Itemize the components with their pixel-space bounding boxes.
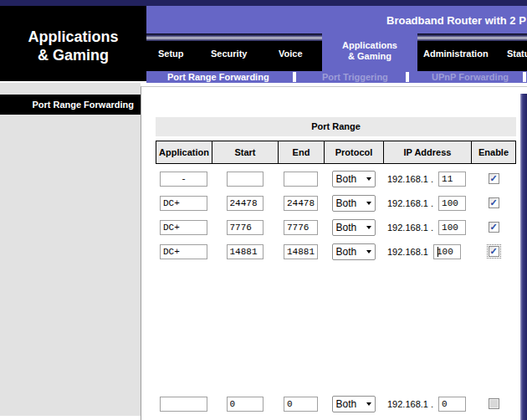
tab-voice[interactable]: Voice bbox=[279, 49, 303, 59]
application-input[interactable] bbox=[160, 397, 207, 412]
ip-prefix: 192.168.1 . bbox=[387, 399, 433, 409]
logo-line2: & Gaming bbox=[0, 46, 146, 64]
protocol-value: Both bbox=[336, 197, 357, 209]
protocol-value: Both bbox=[336, 222, 357, 233]
application-input[interactable] bbox=[160, 172, 207, 187]
brand-logo: Applications & Gaming bbox=[0, 6, 146, 81]
subnav-port-range-forwarding[interactable]: Port Range Forwarding bbox=[167, 71, 269, 83]
subnav-separator bbox=[406, 72, 409, 82]
ip-host-input[interactable] bbox=[438, 220, 466, 235]
port-range-table: Port Range Application Start End Protoco… bbox=[156, 117, 516, 416]
protocol-select[interactable]: Both bbox=[332, 219, 376, 236]
active-tab-line2: & Gaming bbox=[322, 51, 417, 62]
dropdown-arrow-icon bbox=[366, 250, 371, 254]
start-port-input[interactable] bbox=[227, 196, 264, 211]
check-icon: ✓ bbox=[489, 222, 497, 233]
enable-checkbox[interactable]: ✓ bbox=[489, 222, 499, 233]
start-port-input[interactable] bbox=[227, 244, 264, 259]
ip-host-input[interactable] bbox=[438, 397, 466, 412]
ip-prefix: 192.168.1 . bbox=[387, 198, 433, 208]
protocol-select[interactable]: Both bbox=[332, 396, 376, 412]
subnav-port-triggering[interactable]: Port Triggering bbox=[322, 71, 388, 83]
protocol-value: Both bbox=[336, 398, 357, 410]
col-header-application: Application bbox=[156, 141, 212, 163]
subnav: Port Range Forwarding Port Triggering UP… bbox=[146, 71, 527, 83]
start-port-input[interactable] bbox=[227, 397, 264, 412]
col-header-enable: Enable bbox=[471, 141, 515, 163]
end-port-input[interactable] bbox=[284, 172, 318, 187]
router-model-title: Broadband Router with 2 P bbox=[386, 14, 526, 27]
end-port-input[interactable] bbox=[284, 397, 318, 412]
application-input[interactable] bbox=[160, 244, 207, 259]
tab-setup[interactable]: Setup bbox=[158, 49, 184, 59]
end-port-input[interactable] bbox=[284, 244, 318, 259]
col-header-ip-address: IP Address bbox=[383, 141, 471, 163]
application-input[interactable] bbox=[160, 220, 207, 235]
table-row: Both 192.168.1 . ✓ bbox=[156, 215, 516, 239]
col-header-protocol: Protocol bbox=[324, 141, 383, 163]
subnav-separator bbox=[293, 72, 296, 82]
right-edge-bar bbox=[520, 94, 527, 420]
active-tab-line1: Applications bbox=[322, 40, 417, 51]
table-title: Port Range bbox=[156, 117, 516, 136]
check-icon: ✓ bbox=[489, 246, 497, 257]
tab-applications-gaming[interactable]: Applications & Gaming bbox=[322, 33, 417, 71]
table-header-row: Application Start End Protocol IP Addres… bbox=[156, 141, 516, 164]
enable-checkbox[interactable]: ✓ bbox=[489, 173, 499, 184]
table-row: Both 192.168.1 . ✓ bbox=[156, 191, 516, 215]
tab-administration[interactable]: Administration bbox=[423, 49, 489, 59]
subnav-separator bbox=[523, 72, 526, 82]
enable-checkbox[interactable]: ✓ bbox=[489, 197, 499, 208]
end-port-input[interactable] bbox=[284, 220, 318, 235]
tab-security[interactable]: Security bbox=[211, 49, 247, 59]
protocol-value: Both bbox=[336, 173, 357, 185]
ip-prefix: 192.168.1 bbox=[387, 247, 428, 257]
end-port-input[interactable] bbox=[284, 196, 318, 211]
text-caret bbox=[437, 247, 438, 257]
application-input[interactable] bbox=[160, 196, 207, 211]
ip-host-input[interactable] bbox=[438, 172, 466, 187]
tab-status[interactable]: Status bbox=[507, 49, 527, 59]
subnav-upnp-forwarding[interactable]: UPnP Forwarding bbox=[432, 71, 509, 83]
sidebar-section-label: Port Range Forwarding bbox=[0, 95, 141, 115]
check-icon: ✓ bbox=[489, 197, 497, 208]
check-icon: ✓ bbox=[489, 173, 497, 184]
logo-line1: Applications bbox=[0, 28, 146, 46]
col-header-end: End bbox=[278, 141, 324, 163]
sidebar bbox=[0, 83, 141, 416]
start-port-input[interactable] bbox=[227, 172, 264, 187]
table-row: Both 192.168.1 . ✓ bbox=[156, 166, 516, 191]
ip-prefix: 192.168.1 . bbox=[387, 223, 433, 233]
ip-host-input[interactable] bbox=[438, 196, 466, 211]
dropdown-arrow-icon bbox=[366, 226, 371, 229]
enable-checkbox[interactable]: ✓ bbox=[489, 246, 499, 257]
table-row: Both 192.168.1 ✓ bbox=[156, 239, 516, 264]
protocol-select[interactable]: Both bbox=[332, 171, 376, 187]
table-body: Both 192.168.1 . ✓ Both bbox=[156, 166, 516, 416]
protocol-select[interactable]: Both bbox=[332, 195, 376, 212]
ip-prefix: 192.168.1 . bbox=[387, 174, 433, 184]
dropdown-arrow-icon bbox=[366, 177, 371, 181]
title-band: Broadband Router with 2 P bbox=[146, 6, 527, 33]
table-gap bbox=[156, 264, 516, 392]
table-row-new-entry: Both 192.168.1 . bbox=[156, 392, 516, 416]
start-port-input[interactable] bbox=[227, 220, 264, 235]
col-header-start: Start bbox=[212, 141, 278, 163]
protocol-value: Both bbox=[336, 246, 357, 258]
protocol-select[interactable]: Both bbox=[332, 243, 376, 260]
top-border-strip bbox=[0, 0, 527, 6]
dropdown-arrow-icon bbox=[366, 402, 371, 406]
enable-checkbox[interactable] bbox=[489, 398, 499, 409]
router-admin-page: Applications & Gaming Broadband Router w… bbox=[0, 0, 527, 420]
dropdown-arrow-icon bbox=[366, 202, 371, 205]
